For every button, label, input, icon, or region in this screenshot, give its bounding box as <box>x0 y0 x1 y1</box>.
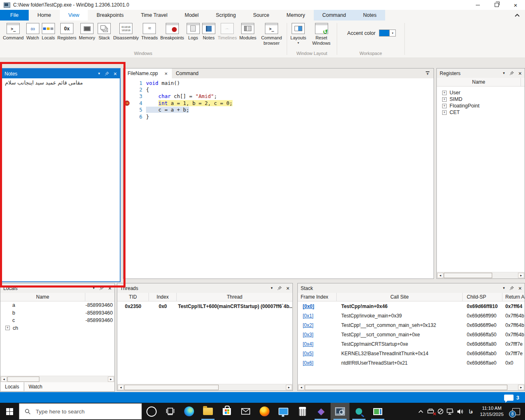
ribbon-tab-scripting[interactable]: Scripting <box>207 10 244 21</box>
ribbon-button-watch[interactable]: ∞Watch <box>25 23 41 41</box>
ribbon-button-memory[interactable]: Memory <box>78 23 96 41</box>
stack-panel-header[interactable]: Stack ▾× <box>298 283 525 293</box>
register-group-floatingpoint[interactable]: +FloatingPoint <box>442 103 525 109</box>
ribbon-button-modules[interactable]: Modules <box>238 23 258 41</box>
expander-icon[interactable]: + <box>442 97 447 102</box>
breakpoint-gutter[interactable] <box>123 93 132 100</box>
scrollbar-thumb[interactable] <box>444 273 492 278</box>
ribbon-button-logs[interactable]: Logs <box>185 23 201 41</box>
tab-close-icon[interactable]: × <box>164 71 168 77</box>
expander-icon[interactable]: + <box>442 104 447 108</box>
ribbon-tab-source[interactable]: Source <box>244 10 278 21</box>
ribbon-button-locals[interactable]: Locals <box>41 23 56 41</box>
panel-collapse-arrow-icon[interactable]: ▾ <box>93 286 95 290</box>
network-disabled-tray-icon[interactable] <box>436 403 445 420</box>
stack-call-site-column-header[interactable]: Call Site <box>337 293 463 301</box>
tab-locals[interactable]: Locals <box>0 382 24 391</box>
breakpoint-gutter[interactable] <box>123 107 132 113</box>
notes-content[interactable]: مقامی قائم عمید سید اینجانب سلام <box>2 78 120 87</box>
panel-collapse-arrow-icon[interactable]: ▾ <box>271 286 273 290</box>
search-input[interactable] <box>35 408 142 415</box>
scroll-right-icon[interactable]: ► <box>518 273 524 278</box>
threads-thread-column-header[interactable]: Thread <box>177 293 292 301</box>
scroll-left-icon[interactable]: ◄ <box>118 385 124 390</box>
tab-command[interactable]: Command <box>172 68 203 78</box>
frame-index-link[interactable]: [0x2] <box>303 322 313 328</box>
ribbon-tab-time-travel[interactable]: Time Travel <box>132 10 176 21</box>
ribbon-button-stack[interactable]: Stack <box>96 23 112 41</box>
network-tray-icon[interactable] <box>445 403 455 420</box>
locals-horizontal-scrollbar[interactable]: ◄ ► <box>0 376 114 382</box>
collapse-ribbon-button[interactable] <box>509 10 525 21</box>
panel-close-icon[interactable]: × <box>108 285 112 291</box>
device-error-tray-icon[interactable]: ✕ <box>426 403 436 420</box>
panel-close-icon[interactable]: × <box>518 285 522 291</box>
scroll-right-icon[interactable]: ► <box>518 385 524 390</box>
registers-panel-header[interactable]: Registers ▾× <box>437 68 525 78</box>
tab-watch[interactable]: Watch <box>24 382 47 391</box>
ribbon-button-layouts[interactable]: Layouts▾ <box>289 23 308 45</box>
hidden-icons-button[interactable] <box>416 403 426 420</box>
register-group-user[interactable]: +User <box>442 89 525 96</box>
frame-index-link[interactable]: [0x0] <box>303 304 314 309</box>
breakpoint-gutter[interactable]: → <box>123 100 132 106</box>
scroll-left-icon[interactable]: ◄ <box>1 377 7 382</box>
ribbon-button-notes[interactable]: Notes <box>201 23 217 41</box>
panel-collapse-arrow-icon[interactable]: ▾ <box>503 71 505 75</box>
threads-horizontal-scrollbar[interactable]: ◄ ► <box>117 384 292 390</box>
locals-row[interactable]: a-858993460 <box>0 301 114 309</box>
ribbon-tab-view[interactable]: View <box>60 10 88 21</box>
start-button[interactable] <box>0 403 19 420</box>
panel-collapse-arrow-icon[interactable]: ▾ <box>98 72 100 75</box>
code-editor[interactable]: 1void main()2{3 char ch[] = "Amid";→4 in… <box>123 78 434 278</box>
pin-icon[interactable] <box>105 71 109 76</box>
breakpoint-gutter[interactable] <box>123 86 132 93</box>
locals-panel-header[interactable]: Locals ▾× <box>0 283 114 293</box>
scrollbar-thumb[interactable] <box>7 377 39 382</box>
feedback-bubble-icon[interactable] <box>504 395 514 401</box>
taskbar-app-visual-studio[interactable]: ◆ <box>312 403 331 420</box>
scroll-left-icon[interactable]: ◄ <box>298 385 304 390</box>
close-button[interactable]: × <box>506 0 525 10</box>
threads-index-column-header[interactable]: Index <box>149 293 177 301</box>
registers-horizontal-scrollbar[interactable]: ◄ ► <box>437 272 525 278</box>
ribbon-tab-memory[interactable]: Memory <box>278 10 314 21</box>
panel-close-icon[interactable]: × <box>114 71 117 77</box>
ribbon-tab-breakpoints[interactable]: Breakpoints <box>88 10 132 21</box>
restore-button[interactable] <box>487 0 506 10</box>
ribbon-button-disassembly[interactable]: 011010101010Disassembly <box>112 23 140 41</box>
stack-return-address-column-header[interactable]: Return Ac <box>502 293 525 301</box>
scroll-left-icon[interactable]: ◄ <box>437 273 443 278</box>
ribbon-button-reset-windows[interactable]: ↺Reset Windows <box>308 23 336 46</box>
task-view-button[interactable] <box>161 403 180 420</box>
frame-index-link[interactable]: [0x1] <box>303 313 313 319</box>
notes-panel-header[interactable]: Notes ▾× <box>2 69 120 78</box>
scrollbar-thumb[interactable] <box>124 385 219 390</box>
expander-icon[interactable]: + <box>442 110 447 115</box>
locals-row[interactable]: +ch <box>0 324 114 332</box>
frame-index-link[interactable]: [0x4] <box>303 341 313 347</box>
ribbon-button-registers[interactable]: 0xRegisters <box>56 23 78 41</box>
stack-frame-index-column-header[interactable]: Frame Index <box>298 293 337 301</box>
frame-index-link[interactable]: [0x3] <box>303 332 313 338</box>
accent-color-swatch[interactable] <box>379 30 390 37</box>
register-group-simd[interactable]: +SIMD <box>442 96 525 103</box>
taskbar-app-photos[interactable] <box>368 403 387 420</box>
breakpoint-gutter[interactable] <box>123 113 132 120</box>
pin-icon[interactable] <box>99 286 104 290</box>
tab-filename-cpp[interactable]: FileName.cpp × <box>123 68 172 78</box>
scroll-right-icon[interactable]: ► <box>286 385 292 390</box>
locals-value-column-header[interactable] <box>85 293 114 301</box>
clock[interactable]: 11:10 AM 12/15/2025 <box>477 405 507 418</box>
tab-list-dropdown-icon[interactable]: ▼ <box>426 71 429 76</box>
dropdown-arrow-icon[interactable]: ▾ <box>297 41 299 45</box>
ribbon-button-command[interactable]: >_Command <box>2 23 25 41</box>
ribbon-button-command-browser[interactable]: >_Command browser <box>258 23 285 46</box>
ribbon-tab-notes[interactable]: Notes <box>354 10 385 21</box>
panel-close-icon[interactable]: × <box>518 71 522 76</box>
accent-color-dropdown[interactable]: ▾ <box>390 30 396 37</box>
thread-row[interactable]: 0x23500x0TestCpp!ILT+600(mainCRTStartup)… <box>117 301 292 311</box>
ribbon-tab-model[interactable]: Model <box>176 10 207 21</box>
scroll-right-icon[interactable]: ► <box>108 377 114 382</box>
taskbar-app-file-explorer[interactable] <box>199 403 217 420</box>
